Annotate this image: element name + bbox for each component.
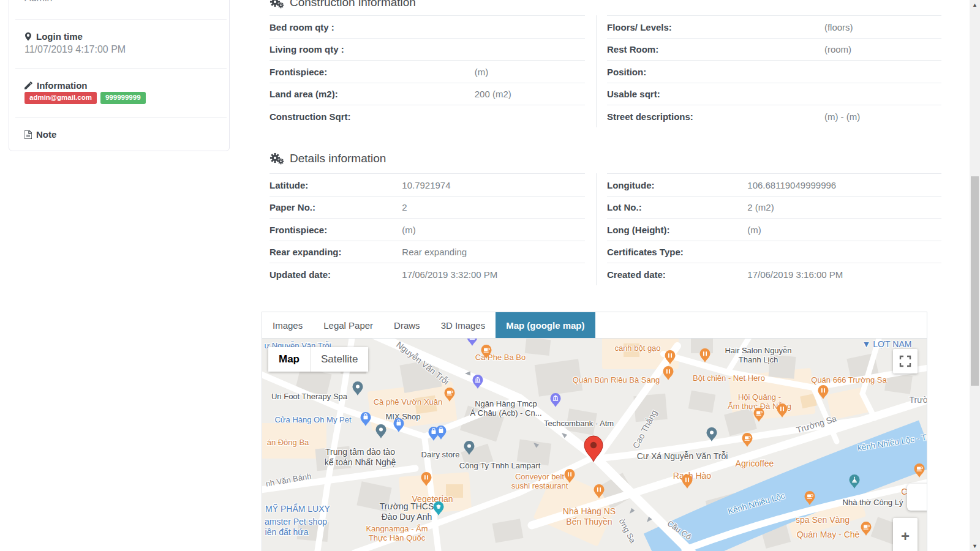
google-map[interactable]: ư Nguyễn Văn Trỗi▼ LỢT NAMNguyễn Văn Trỗ…: [262, 339, 927, 551]
field-row: Land area (m2):200 (m2): [270, 83, 585, 105]
map-label: Nhà thờ Công Lý: [843, 498, 903, 507]
login-time-value: 11/07/2019 4:17:00 PM: [24, 44, 126, 55]
field-row: Bed room qty :: [270, 15, 585, 38]
pencil-icon: [24, 81, 32, 89]
tab-legal-paper[interactable]: Legal Paper: [313, 312, 383, 338]
field-row: Frontispiece:(m): [270, 60, 585, 83]
map-type-satellite-button[interactable]: Satellite: [311, 347, 368, 372]
map-label: Bột chiên - Net Hero: [693, 373, 765, 383]
map-label: Dairy store: [421, 450, 460, 459]
field-value: 200 (m2): [475, 89, 511, 99]
field-label: Street descriptions:: [607, 111, 693, 121]
note-label: Note: [24, 129, 56, 140]
field-label: Rear expanding:: [270, 247, 342, 257]
map-type-control: Map Satellite: [268, 347, 368, 372]
map-label: Hair Salon Nguyễn Thanh Lịch: [725, 346, 791, 365]
profile-sidebar: Admin Login time 11/07/2019 4:17:00 PM I…: [9, 0, 230, 151]
cogs-icon: [270, 0, 284, 9]
map-label: Ca Phe Ba Bo: [475, 353, 526, 362]
info-badge: admin@gmail.com: [24, 92, 97, 104]
divider: [15, 19, 227, 20]
field-label: Position:: [607, 66, 646, 77]
map-label: amster Pet shop: [265, 517, 327, 527]
pegman-control[interactable]: [907, 484, 927, 511]
map-label: Hội Quảng - Ẩm thực Đà Nẵng: [728, 392, 791, 411]
field-row: Construction Sqrt:: [270, 105, 585, 127]
field-label: Usable sqrt:: [607, 89, 660, 99]
fullscreen-button[interactable]: [893, 349, 918, 373]
map-label: ▼ LỢT NAM: [862, 339, 912, 350]
field-value: (floors): [824, 21, 853, 32]
map-label: Trường THCS Đào Duy Anh: [380, 501, 434, 522]
details-section-title: Details information: [270, 152, 386, 165]
map-label: ờng Sa: [617, 517, 637, 545]
scroll-down-arrow[interactable]: ▼: [970, 541, 980, 551]
field-row: Rear expanding:Rear expanding: [270, 241, 585, 263]
field-value: 106.68119049999996: [747, 179, 836, 190]
field-row: Position:: [607, 60, 941, 83]
field-label: Rest Room:: [607, 44, 658, 54]
field-label: Bed room qty :: [270, 21, 334, 32]
information-label: Information: [24, 80, 88, 91]
field-row: Rest Room:(room): [607, 38, 941, 61]
field-label: Updated date:: [270, 269, 331, 279]
field-label: Created date:: [607, 269, 666, 279]
construction-table: Bed room qty :Living room qty :Frontispi…: [270, 15, 941, 127]
map-label: Nhà Hàng NS Bến Thuyền: [563, 506, 616, 527]
tab-3d-images[interactable]: 3D Images: [431, 312, 496, 338]
field-label: Frontispiece:: [270, 66, 327, 77]
field-value: Rear expanding: [402, 247, 467, 257]
field-label: Frontispiece:: [270, 224, 327, 234]
construction-section-title: Construction information: [270, 0, 416, 9]
map-label: Quán 666 Trường Sa: [811, 375, 886, 384]
map-label: Cao Thắng: [631, 408, 660, 451]
field-label: Floors/ Levels:: [607, 21, 672, 32]
field-label: Certificates Type:: [607, 247, 684, 257]
map-label: Cư Xá Nguyễn Văn Trỗi: [637, 451, 728, 462]
divider: [15, 68, 227, 69]
note-file-icon: [24, 130, 32, 139]
scrollbar-thumb[interactable]: [971, 176, 979, 386]
scroll-up-arrow[interactable]: ▲: [970, 0, 980, 10]
field-row: Usable sqrt:: [607, 83, 941, 105]
cogs-icon: [270, 152, 284, 165]
field-value: 10.7921974: [402, 179, 450, 190]
field-row: Living room qty :: [270, 38, 585, 61]
page: Admin Login time 11/07/2019 4:17:00 PM I…: [0, 0, 980, 551]
map-label: Kangnamga - Ẩm Thực Hàn Quốc: [366, 524, 428, 543]
tab-draws[interactable]: Draws: [383, 312, 431, 338]
field-value: (m) - (m): [824, 111, 860, 121]
map-label: Trường: [910, 395, 927, 405]
map-label: spa Sen Vàng: [796, 515, 850, 525]
media-tab-bar: ImagesLegal PaperDraws3D ImagesMap (goog…: [262, 312, 927, 339]
map-label: Conveyor belt sushi restaurant: [511, 472, 568, 491]
page-scrollbar[interactable]: ▲ ▼: [970, 0, 980, 551]
zoom-in-button[interactable]: +: [893, 518, 918, 551]
map-type-map-button[interactable]: Map: [268, 347, 311, 372]
map-label: Trung tâm đào tào kế toán Nhất Nghệ: [325, 447, 396, 467]
tab-map-google-map[interactable]: Map (google map): [496, 312, 595, 338]
map-label: Trường Sa: [795, 413, 838, 435]
field-label: Longitude:: [607, 179, 654, 190]
field-row: Paper No.:2: [270, 196, 585, 219]
field-row: Certificates Type:: [607, 241, 941, 263]
map-label: MIX Shop: [385, 412, 420, 421]
details-table: Latitude:10.7921974Paper No.:2Frontispie…: [270, 173, 941, 285]
field-row: Floors/ Levels:(floors): [607, 15, 941, 38]
field-row: Updated date:17/06/2019 3:32:00 PM: [270, 263, 585, 285]
field-value: (m): [747, 224, 761, 234]
field-label: Latitude:: [270, 179, 308, 190]
media-tab-panel: ImagesLegal PaperDraws3D ImagesMap (goog…: [262, 312, 927, 551]
field-row: Frontispiece:(m): [270, 218, 585, 241]
field-row: Street descriptions:(m) - (m): [607, 105, 941, 127]
profile-role: Admin: [24, 0, 52, 4]
login-time-label: Login time: [24, 31, 83, 42]
field-label: Long (Height):: [607, 224, 669, 234]
map-label: Quán Bún Riêu Bà Sang: [573, 375, 660, 384]
tab-images[interactable]: Images: [262, 312, 313, 338]
field-label: Living room qty :: [270, 44, 344, 54]
map-label: kênh Nhiêu Lộc - Thị Ng: [857, 430, 927, 453]
field-label: Lot No.:: [607, 202, 642, 212]
map-label: Cà phê Vườn Xuân: [374, 397, 443, 407]
fullscreen-icon: [898, 354, 913, 369]
